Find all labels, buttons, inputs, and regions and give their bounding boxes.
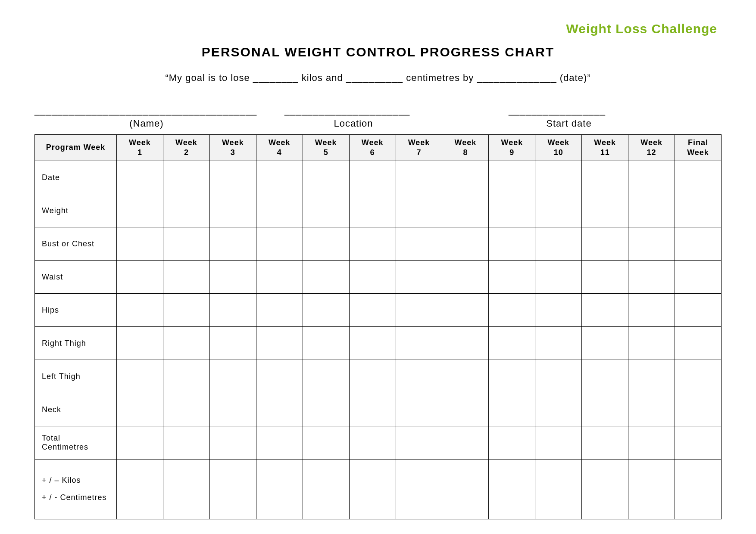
data-cell <box>582 327 628 360</box>
data-cell <box>209 161 256 194</box>
data-cell <box>349 459 396 519</box>
data-cell <box>535 294 582 327</box>
data-cell <box>303 360 349 393</box>
data-cell <box>163 426 209 459</box>
col-header-week: Week11 <box>582 135 628 161</box>
data-cell <box>209 360 256 393</box>
data-cell <box>442 459 489 519</box>
data-cell <box>303 161 349 194</box>
data-cell <box>442 194 489 227</box>
data-cell <box>628 161 675 194</box>
data-cell <box>117 327 163 360</box>
col-header-week: Week1 <box>117 135 163 161</box>
data-cell <box>303 194 349 227</box>
data-cell <box>163 393 209 426</box>
data-cell <box>256 161 303 194</box>
data-cell <box>163 194 209 227</box>
data-cell <box>442 161 489 194</box>
data-cell <box>489 161 535 194</box>
data-cell <box>489 227 535 261</box>
data-cell <box>582 261 628 294</box>
table-row: Total Centimetres <box>35 426 722 459</box>
data-cell <box>163 327 209 360</box>
data-cell <box>163 261 209 294</box>
data-cell <box>535 261 582 294</box>
field-blanks-row: _______________________________________ … <box>34 105 722 116</box>
data-cell <box>442 360 489 393</box>
data-cell <box>209 294 256 327</box>
table-row: Hips <box>35 294 722 327</box>
data-cell <box>489 194 535 227</box>
brand-title: Weight Loss Challenge <box>34 22 722 36</box>
data-cell <box>396 294 442 327</box>
data-cell <box>396 327 442 360</box>
table-row: Date <box>35 161 722 194</box>
location-blank: ______________________ <box>284 105 422 116</box>
row-label: Weight <box>35 194 117 227</box>
col-header-week: Week4 <box>256 135 303 161</box>
data-cell <box>628 194 675 227</box>
data-cell <box>163 227 209 261</box>
data-cell <box>628 261 675 294</box>
data-cell <box>442 393 489 426</box>
data-cell <box>117 360 163 393</box>
data-cell <box>628 459 675 519</box>
data-cell <box>628 426 675 459</box>
data-cell <box>582 294 628 327</box>
data-cell <box>582 194 628 227</box>
data-cell <box>582 227 628 261</box>
row-label: + / – Kilos + / - Centimetres <box>35 459 117 519</box>
data-cell <box>209 194 256 227</box>
data-cell <box>349 360 396 393</box>
data-cell <box>442 426 489 459</box>
data-cell <box>256 194 303 227</box>
data-cell <box>396 360 442 393</box>
data-cell <box>349 294 396 327</box>
data-cell <box>163 360 209 393</box>
data-cell <box>582 393 628 426</box>
data-cell <box>535 459 582 519</box>
data-cell <box>349 327 396 360</box>
row-label: Date <box>35 161 117 194</box>
col-header-week: Week9 <box>489 135 535 161</box>
data-cell <box>256 393 303 426</box>
data-cell <box>535 161 582 194</box>
data-cell <box>349 426 396 459</box>
row-label: Total Centimetres <box>35 426 117 459</box>
startdate-label: Start date <box>509 118 629 129</box>
data-cell <box>256 360 303 393</box>
table-row: Right Thigh <box>35 327 722 360</box>
data-cell <box>628 294 675 327</box>
data-cell <box>442 294 489 327</box>
data-cell <box>209 393 256 426</box>
data-cell <box>489 261 535 294</box>
data-cell <box>256 227 303 261</box>
data-cell <box>675 227 722 261</box>
col-header-week: Week10 <box>535 135 582 161</box>
startdate-blank: _________________ <box>509 105 629 116</box>
data-cell <box>582 459 628 519</box>
data-cell <box>442 327 489 360</box>
goal-statement: “My goal is to lose ________ kilos and _… <box>34 72 722 84</box>
data-cell <box>163 294 209 327</box>
data-cell <box>396 393 442 426</box>
data-cell <box>442 227 489 261</box>
data-cell <box>396 261 442 294</box>
data-cell <box>117 459 163 519</box>
table-header-row: Program WeekWeek1Week2Week3Week4Week5Wee… <box>35 135 722 161</box>
data-cell <box>303 294 349 327</box>
data-cell <box>163 161 209 194</box>
data-cell <box>628 327 675 360</box>
data-cell <box>535 360 582 393</box>
data-cell <box>675 194 722 227</box>
col-header-week: Week3 <box>209 135 256 161</box>
data-cell <box>489 393 535 426</box>
row-label: Right Thigh <box>35 327 117 360</box>
data-cell <box>209 227 256 261</box>
progress-chart-table: Program WeekWeek1Week2Week3Week4Week5Wee… <box>34 134 722 519</box>
data-cell <box>442 261 489 294</box>
data-cell <box>349 194 396 227</box>
data-cell <box>117 161 163 194</box>
data-cell <box>209 327 256 360</box>
data-cell <box>396 227 442 261</box>
